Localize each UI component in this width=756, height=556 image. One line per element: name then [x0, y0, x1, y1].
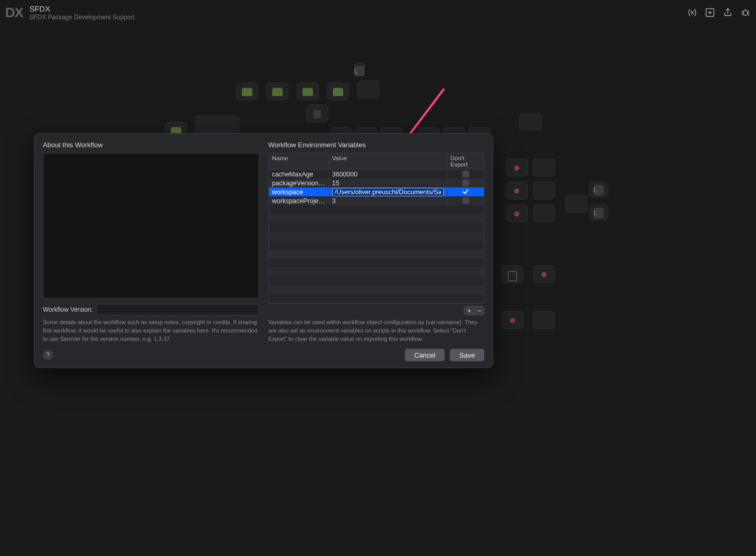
workflow-node[interactable]: [533, 159, 555, 176]
debug-icon[interactable]: [740, 7, 751, 18]
workflow-node[interactable]: [565, 195, 587, 213]
env-vars-table[interactable]: Name Value Don't Export cacheMaxAge36000…: [269, 153, 485, 304]
workflow-node[interactable]: [506, 182, 528, 199]
workflow-node[interactable]: [589, 182, 608, 197]
table-header: Name Value Don't Export: [269, 153, 484, 170]
help-button[interactable]: ?: [43, 350, 53, 360]
var-name-cell[interactable]: workspace: [269, 188, 329, 196]
workflow-node[interactable]: [519, 113, 541, 131]
dont-export-checkbox[interactable]: [462, 180, 469, 186]
var-value-input[interactable]: [332, 188, 444, 196]
app-logo: DX: [5, 5, 23, 21]
workflow-node[interactable]: [506, 159, 528, 176]
readme-textarea[interactable]: [43, 153, 259, 299]
version-label: Workflow Version:: [43, 306, 93, 313]
add-icon[interactable]: [705, 7, 715, 18]
dont-export-checkbox[interactable]: [462, 188, 469, 195]
var-value-cell[interactable]: 15: [329, 180, 448, 187]
var-name-cell[interactable]: cacheMaxAge: [269, 171, 329, 178]
var-value-cell[interactable]: [329, 188, 448, 196]
table-row[interactable]: [269, 303, 484, 303]
table-row[interactable]: [269, 267, 484, 276]
workflow-subtitle: SFDX Package Development Support: [29, 14, 134, 21]
table-row[interactable]: [269, 258, 484, 267]
workflow-node[interactable]: [297, 82, 319, 100]
table-row[interactable]: [269, 294, 484, 303]
table-row[interactable]: [269, 205, 484, 214]
cancel-button[interactable]: Cancel: [405, 349, 445, 361]
workflow-node[interactable]: [533, 182, 555, 199]
table-row[interactable]: [269, 250, 484, 258]
add-var-button[interactable]: +: [464, 306, 474, 315]
workflow-node[interactable]: [533, 205, 555, 222]
table-row[interactable]: [269, 276, 484, 285]
env-vars-hint: Variables can be used within workflow ob…: [269, 318, 485, 344]
share-icon[interactable]: [723, 7, 733, 18]
var-export-cell[interactable]: [447, 197, 484, 204]
workflow-node[interactable]: [327, 82, 349, 100]
workflow-node[interactable]: [354, 63, 365, 73]
workflow-node[interactable]: [589, 205, 608, 220]
table-row[interactable]: [269, 214, 484, 223]
var-value-cell[interactable]: 3600000: [329, 171, 448, 178]
svg-point-1: [743, 10, 748, 16]
table-row[interactable]: [269, 241, 484, 250]
workflow-node[interactable]: [306, 104, 328, 122]
var-export-cell[interactable]: [447, 188, 484, 195]
workflow-node[interactable]: [533, 265, 555, 283]
workflow-title-block: SFDX SFDX Package Development Support: [29, 4, 134, 21]
version-input[interactable]: [96, 304, 259, 315]
table-row[interactable]: [269, 223, 484, 232]
workflow-node[interactable]: [266, 82, 288, 100]
env-vars-heading: Workflow Environment Variables: [269, 141, 485, 149]
about-panel: About this Workflow Workflow Version: So…: [43, 141, 259, 344]
table-row[interactable]: [269, 285, 484, 294]
var-name-cell[interactable]: packageVersionW…: [269, 180, 329, 187]
table-row[interactable]: [269, 232, 484, 241]
save-button[interactable]: Save: [450, 349, 484, 361]
workflow-node[interactable]: [502, 265, 524, 283]
dont-export-checkbox[interactable]: [462, 171, 469, 178]
table-row[interactable]: packageVersionW…15: [269, 179, 484, 187]
dont-export-checkbox[interactable]: [462, 197, 469, 204]
workflow-node[interactable]: [533, 311, 555, 329]
table-row[interactable]: workspaceProject…3: [269, 196, 484, 205]
about-heading: About this Workflow: [43, 141, 259, 149]
var-name-cell[interactable]: workspaceProject…: [269, 197, 329, 205]
workflow-node[interactable]: [506, 205, 528, 222]
env-vars-panel: Workflow Environment Variables Name Valu…: [269, 141, 485, 344]
workflow-node[interactable]: [236, 82, 258, 100]
col-dont-export: Don't Export: [447, 153, 484, 169]
workflow-node[interactable]: [502, 311, 524, 329]
table-row[interactable]: workspace: [269, 187, 484, 196]
about-hint: Some details about the workflow such as …: [43, 318, 259, 344]
workflow-settings-dialog: About this Workflow Workflow Version: So…: [34, 133, 493, 368]
col-value: Value: [329, 153, 448, 169]
variables-icon[interactable]: [687, 7, 697, 18]
col-name: Name: [269, 153, 329, 169]
workflow-title: SFDX: [29, 4, 134, 14]
var-export-cell[interactable]: [447, 180, 484, 186]
var-value-cell[interactable]: 3: [329, 197, 448, 205]
workflow-node[interactable]: [357, 80, 379, 98]
remove-var-button[interactable]: −: [474, 306, 484, 315]
app-topbar: DX SFDX SFDX Package Development Support: [0, 0, 756, 25]
table-row[interactable]: cacheMaxAge3600000: [269, 170, 484, 179]
var-export-cell[interactable]: [447, 171, 484, 178]
